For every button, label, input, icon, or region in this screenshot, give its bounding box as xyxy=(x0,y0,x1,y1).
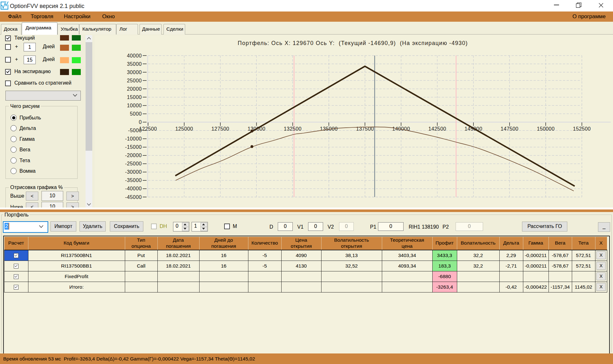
svg-text:20000: 20000 xyxy=(127,86,142,92)
svg-text:147500: 147500 xyxy=(501,126,518,132)
svg-text:-30000: -30000 xyxy=(125,169,142,175)
svg-text:10000: 10000 xyxy=(127,103,142,108)
svg-text:0: 0 xyxy=(139,119,142,125)
svg-text:-35000: -35000 xyxy=(125,178,142,183)
svg-text:132500: 132500 xyxy=(284,126,302,132)
svg-text:150000: 150000 xyxy=(537,126,555,132)
svg-text:35000: 35000 xyxy=(127,61,142,67)
svg-text:5000: 5000 xyxy=(130,111,142,117)
svg-text:15000: 15000 xyxy=(127,95,142,100)
svg-text:-15000: -15000 xyxy=(125,144,142,150)
svg-text:-20000: -20000 xyxy=(125,153,142,158)
svg-text:30000: 30000 xyxy=(127,70,142,75)
svg-text:125000: 125000 xyxy=(175,126,193,132)
svg-text:-10000: -10000 xyxy=(125,136,142,141)
svg-text:25000: 25000 xyxy=(127,78,142,83)
svg-text:-45000: -45000 xyxy=(125,194,142,200)
svg-text:127500: 127500 xyxy=(211,126,229,132)
svg-text:-40000: -40000 xyxy=(125,186,142,191)
svg-text:142500: 142500 xyxy=(428,126,446,132)
svg-text:Портфель: Ось X: 129670 Ось Y:: Портфель: Ось X: 129670 Ось Y: (Текущий … xyxy=(238,40,468,46)
svg-text:-25000: -25000 xyxy=(125,161,142,166)
svg-text:122500: 122500 xyxy=(139,126,157,132)
svg-text:135000: 135000 xyxy=(320,126,338,132)
svg-text:152500: 152500 xyxy=(573,126,591,132)
svg-text:40000: 40000 xyxy=(127,53,142,58)
